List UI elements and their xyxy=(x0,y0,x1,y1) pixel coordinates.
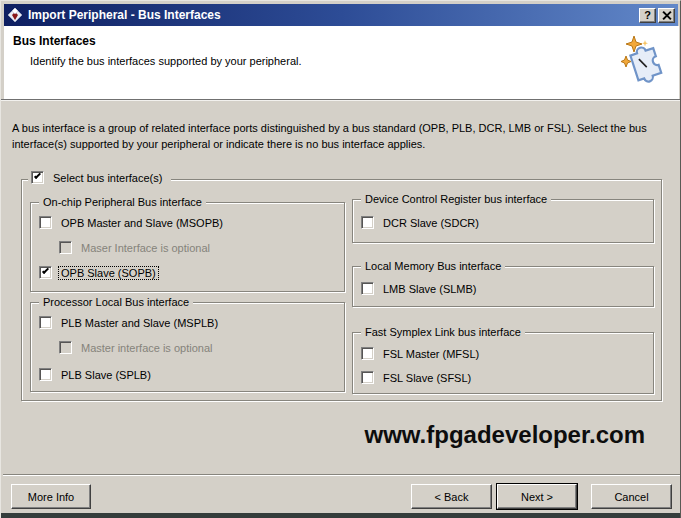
lmb-slave-label: LMB Slave (SLMB) xyxy=(381,283,479,295)
plb-slave-checkbox-row[interactable]: PLB Slave (SPLB) xyxy=(39,368,153,381)
back-button[interactable]: < Back xyxy=(411,484,492,509)
plb-group-title: Processor Local Bus interface xyxy=(39,296,193,309)
plb-master-slave-label: PLB Master and Slave (MSPLB) xyxy=(59,317,220,329)
page-subtitle: Identify the bus interfaces supported by… xyxy=(30,55,302,67)
fsl-slave-label: FSL Slave (SFSL) xyxy=(381,372,473,384)
plb-master-slave-checkbox-row[interactable]: PLB Master and Slave (MSPLB) xyxy=(39,316,220,329)
dcr-slave-checkbox-row[interactable]: DCR Slave (SDCR) xyxy=(361,216,481,229)
header-divider xyxy=(1,99,681,100)
wizard-header: Bus Interfaces Identify the bus interfac… xyxy=(4,26,679,99)
opb-group-title: On-chip Peripheral Bus interface xyxy=(39,196,206,209)
plb-slave-label: PLB Slave (SPLB) xyxy=(59,369,153,381)
dcr-slave-checkbox[interactable] xyxy=(361,216,374,229)
lmb-slave-checkbox[interactable] xyxy=(361,282,374,295)
plb-slave-checkbox[interactable] xyxy=(39,368,52,381)
fsl-master-label: FSL Master (MFSL) xyxy=(381,348,481,360)
dcr-slave-label: DCR Slave (SDCR) xyxy=(381,217,481,229)
maser-interface-optional-label: Maser Interface is optional xyxy=(79,242,212,254)
lmb-group-title: Local Memory Bus interface xyxy=(361,260,505,273)
app-diamond-icon xyxy=(7,7,23,23)
select-bus-interfaces-checkbox-row[interactable]: Select bus interface(s) xyxy=(28,171,171,184)
checkmark-icon xyxy=(34,172,41,179)
maser-interface-optional-checkbox xyxy=(59,241,72,254)
footer-divider xyxy=(3,474,680,475)
fsl-group: Fast Symplex Link bus interface FSL Mast… xyxy=(352,332,654,394)
fsl-slave-checkbox-row[interactable]: FSL Slave (SFSL) xyxy=(361,371,473,384)
page-title: Bus Interfaces xyxy=(13,34,96,48)
close-button[interactable] xyxy=(658,8,675,23)
fsl-master-checkbox[interactable] xyxy=(361,347,374,360)
window-title: Import Peripheral - Bus Interfaces xyxy=(28,8,637,22)
opb-group: On-chip Peripheral Bus interface OPB Mas… xyxy=(30,202,345,292)
fsl-master-checkbox-row[interactable]: FSL Master (MFSL) xyxy=(361,347,481,360)
question-mark-icon: ? xyxy=(644,9,651,21)
dcr-group-title: Device Control Register bus interface xyxy=(361,193,551,206)
maser-interface-optional-checkbox-row: Maser Interface is optional xyxy=(59,241,212,254)
master-interface-optional-checkbox-row: Master interface is optional xyxy=(59,341,214,354)
window-bottom-edge xyxy=(1,513,681,518)
title-bar: Import Peripheral - Bus Interfaces ? xyxy=(4,4,678,26)
puzzle-wizard-icon xyxy=(619,34,667,86)
lmb-slave-checkbox-row[interactable]: LMB Slave (SLMB) xyxy=(361,282,479,295)
close-x-icon xyxy=(662,11,671,20)
fsl-slave-checkbox[interactable] xyxy=(361,371,374,384)
opb-master-slave-label: OPB Master and Slave (MSOPB) xyxy=(59,217,225,229)
master-interface-optional-checkbox xyxy=(59,341,72,354)
watermark-text: www.fpgadeveloper.com xyxy=(364,421,645,449)
next-button[interactable]: Next > xyxy=(497,484,577,509)
opb-slave-checkbox-row[interactable]: OPB Slave (SOPB) xyxy=(39,266,158,279)
dcr-group: Device Control Register bus interface DC… xyxy=(352,199,654,243)
plb-group: Processor Local Bus interface PLB Master… xyxy=(30,302,345,392)
help-button[interactable]: ? xyxy=(639,8,656,23)
intro-text: A bus interface is a group of related in… xyxy=(12,120,657,152)
checkmark-icon xyxy=(42,267,49,274)
select-bus-interfaces-group: Select bus interface(s) On-chip Peripher… xyxy=(21,179,662,401)
cancel-button[interactable]: Cancel xyxy=(591,484,672,509)
plb-master-slave-checkbox[interactable] xyxy=(39,316,52,329)
more-info-button[interactable]: More Info xyxy=(11,484,91,509)
master-interface-optional-label: Master interface is optional xyxy=(79,342,214,354)
opb-slave-checkbox[interactable] xyxy=(39,266,52,279)
opb-master-slave-checkbox-row[interactable]: OPB Master and Slave (MSOPB) xyxy=(39,216,225,229)
opb-master-slave-checkbox[interactable] xyxy=(39,216,52,229)
lmb-group: Local Memory Bus interface LMB Slave (SL… xyxy=(352,266,654,307)
import-peripheral-dialog: Import Peripheral - Bus Interfaces ? Bus… xyxy=(0,0,681,518)
opb-slave-label: OPB Slave (SOPB) xyxy=(59,267,158,279)
select-bus-interfaces-checkbox[interactable] xyxy=(31,171,44,184)
fsl-group-title: Fast Symplex Link bus interface xyxy=(361,326,525,339)
select-bus-interfaces-label: Select bus interface(s) xyxy=(51,172,164,184)
